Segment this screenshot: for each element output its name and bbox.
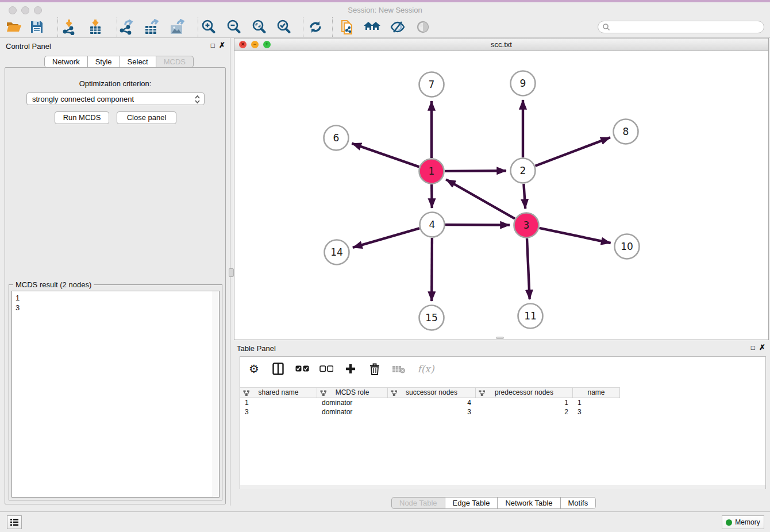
zoom-fit-icon[interactable]: [249, 18, 270, 36]
add-row-icon[interactable]: [344, 362, 357, 376]
edge-4-3[interactable]: [445, 225, 510, 225]
edge-3-1[interactable]: [446, 179, 515, 218]
export-image-icon[interactable]: [167, 18, 187, 36]
refresh-icon[interactable]: [305, 18, 326, 36]
network-canvas[interactable]: 7968124314101511: [234, 51, 768, 340]
node-label-10: 10: [621, 241, 633, 252]
export-table-icon[interactable]: [141, 18, 162, 36]
edge-3-11[interactable]: [527, 238, 530, 299]
clone-network-icon[interactable]: [337, 18, 357, 36]
close-table-panel-icon[interactable]: ✗: [759, 343, 765, 352]
window-titlebar: Session: New Session: [0, 0, 770, 16]
mcds-result-title: MCDS result (2 nodes): [13, 280, 94, 289]
search-input[interactable]: [613, 23, 756, 31]
table-settings-gear-icon[interactable]: ⚙: [247, 362, 261, 376]
cell-predecessor-nodes[interactable]: 2: [476, 407, 573, 417]
edge-1-4[interactable]: [432, 184, 432, 208]
node-label-9: 9: [520, 78, 526, 89]
cell-successor-nodes[interactable]: 4: [388, 398, 476, 407]
import-network-icon[interactable]: [59, 18, 79, 36]
cell-successor-nodes[interactable]: 3: [388, 407, 476, 417]
zoom-selected-icon[interactable]: [274, 18, 294, 36]
cell-shared-name[interactable]: 3: [240, 407, 317, 417]
cell-MCDS-role[interactable]: dominator: [317, 398, 388, 407]
search-field[interactable]: [598, 21, 764, 33]
zoom-out-icon[interactable]: [224, 18, 244, 36]
show-column-icon[interactable]: [271, 362, 285, 376]
mcds-result-textarea[interactable]: 1 3: [11, 291, 220, 498]
optimization-criterion-select[interactable]: strongly connected component: [26, 92, 205, 105]
cell-name[interactable]: 3: [573, 407, 620, 417]
cell-shared-name[interactable]: 1: [240, 398, 317, 407]
tab-node-table[interactable]: Node Table: [391, 497, 445, 509]
task-history-button[interactable]: [7, 515, 22, 529]
tab-network[interactable]: Network: [44, 56, 88, 68]
column-header-predecessor-nodes[interactable]: predecessor nodes: [476, 388, 573, 398]
node-label-11: 11: [524, 310, 537, 322]
home-layout-icon[interactable]: [362, 18, 383, 36]
edge-2-3[interactable]: [523, 184, 525, 209]
import-table-icon[interactable]: [85, 18, 106, 36]
close-panel-icon[interactable]: ✗: [219, 41, 225, 49]
edge-3-10[interactable]: [540, 228, 611, 243]
node-label-2: 2: [520, 165, 526, 176]
node-label-8: 8: [623, 126, 629, 137]
tab-style[interactable]: Style: [88, 56, 120, 68]
column-header-MCDS-role[interactable]: MCDS role: [317, 388, 388, 398]
float-panel-icon[interactable]: □: [211, 41, 215, 49]
float-table-panel-icon[interactable]: □: [751, 344, 755, 352]
run-mcds-button[interactable]: Run MCDS: [55, 111, 109, 124]
column-header-name[interactable]: name: [573, 388, 620, 398]
control-panel-title: Control Panel: [6, 42, 51, 51]
edge-4-14[interactable]: [353, 228, 419, 248]
mcds-panel: Optimization criterion: strongly connect…: [5, 67, 226, 504]
node-label-15: 15: [425, 312, 438, 323]
zoom-in-icon[interactable]: [198, 18, 219, 36]
list-icon: [10, 518, 19, 526]
table-row[interactable]: 1dominator411: [240, 398, 620, 407]
save-session-icon[interactable]: [26, 18, 47, 36]
tab-edge-table[interactable]: Edge Table: [445, 497, 498, 509]
open-session-icon[interactable]: [3, 18, 24, 36]
network-window-titlebar[interactable]: ✕ − + scc.txt: [234, 38, 768, 51]
node-label-3: 3: [523, 219, 530, 231]
table-body: 1dominator4113dominator323: [240, 398, 620, 417]
delete-row-icon[interactable]: [368, 362, 382, 376]
toolbar-separator: [57, 17, 58, 37]
application-window: Session: New Session: [0, 0, 770, 532]
table-row[interactable]: 3dominator323: [240, 407, 620, 417]
select-all-icon[interactable]: [295, 362, 309, 376]
tab-motifs[interactable]: Motifs: [561, 497, 596, 509]
deselect-all-icon[interactable]: [319, 362, 333, 376]
table-panel-title: Table Panel: [237, 344, 276, 353]
edge-1-2[interactable]: [445, 171, 506, 171]
close-panel-button[interactable]: Close panel: [117, 111, 176, 124]
column-header-shared-name[interactable]: shared name: [240, 388, 317, 398]
node-label-4: 4: [429, 219, 436, 230]
cell-name[interactable]: 1: [573, 398, 620, 407]
tab-network-table[interactable]: Network Table: [498, 497, 560, 509]
export-network-icon[interactable]: [116, 18, 137, 36]
view-resize-handle[interactable]: [496, 337, 504, 339]
column-header-successor-nodes[interactable]: successor nodes: [388, 388, 476, 398]
node-label-14: 14: [330, 246, 343, 258]
status-bar: Memory: [0, 511, 770, 532]
memory-button[interactable]: Memory: [722, 515, 764, 529]
select-stepper-icon: [194, 95, 201, 104]
tab-mcds[interactable]: MCDS: [156, 56, 194, 68]
table-hscrollbar[interactable]: [240, 485, 765, 489]
hide-panels-icon[interactable]: [387, 18, 408, 36]
cell-predecessor-nodes[interactable]: 1: [476, 398, 573, 407]
cell-MCDS-role[interactable]: dominator: [317, 407, 388, 417]
splitter-handle[interactable]: [229, 268, 234, 277]
edge-2-8[interactable]: [536, 137, 610, 165]
edge-1-6[interactable]: [352, 144, 419, 167]
toolbar-separator: [303, 17, 303, 37]
network-view-title: scc.txt: [234, 40, 768, 49]
table-toolbar: ⚙ f(x): [247, 360, 436, 377]
window-title: Session: New Session: [0, 6, 770, 14]
tab-select[interactable]: Select: [120, 56, 156, 68]
attribute-icon: [479, 390, 486, 396]
edge-4-15[interactable]: [432, 238, 432, 301]
result-scrollbar[interactable]: [213, 291, 219, 497]
